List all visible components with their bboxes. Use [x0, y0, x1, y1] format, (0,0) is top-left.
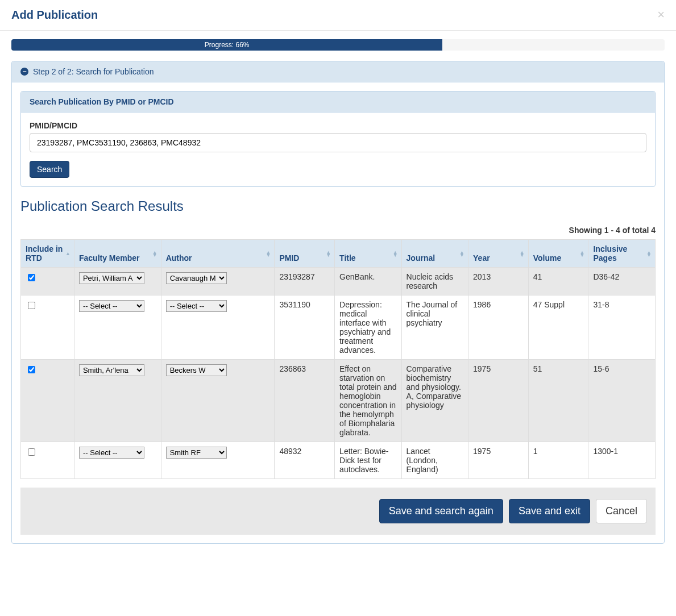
results-table-wrap: Include in RTD▲ Faculty Member▲▼ Author▲… — [12, 239, 664, 479]
modal-header: Add Publication × — [0, 0, 676, 31]
cell-title: GenBank. — [335, 268, 401, 295]
col-include[interactable]: Include in RTD▲ — [21, 240, 74, 268]
col-pmid[interactable]: PMID▲▼ — [275, 240, 335, 268]
faculty-select[interactable]: -- Select --Petri, William ASmith, Ar'le… — [79, 300, 144, 312]
col-pages[interactable]: Inclusive Pages▲▼ — [588, 240, 656, 268]
table-row: -- Select --Petri, William ASmith, Ar'le… — [21, 360, 656, 442]
cancel-button[interactable]: Cancel — [596, 499, 647, 523]
author-select[interactable]: -- Select --Cavanaugh MBeckers WSmith RF — [166, 300, 227, 312]
cell-title: Letter: Bowie-Dick test for autoclaves. — [335, 442, 401, 479]
cell-volume: 51 — [528, 360, 588, 442]
table-row: -- Select --Petri, William ASmith, Ar'le… — [21, 442, 656, 479]
save-exit-button[interactable]: Save and exit — [509, 499, 590, 523]
table-row: -- Select --Petri, William ASmith, Ar'le… — [21, 268, 656, 295]
cell-volume: 1 — [528, 442, 588, 479]
sort-icon: ▲▼ — [520, 251, 525, 256]
cell-pmid: 236863 — [275, 360, 335, 442]
sort-icon: ▲▼ — [393, 251, 398, 256]
cell-year: 2013 — [468, 268, 529, 295]
search-subpanel: Search Publication By PMID or PMCID PMID… — [20, 91, 656, 187]
cell-volume: 41 — [528, 268, 588, 295]
step-panel-heading[interactable]: − Step 2 of 2: Search for Publication — [12, 61, 664, 82]
page-title: Add Publication — [11, 9, 98, 22]
table-header-row: Include in RTD▲ Faculty Member▲▼ Author▲… — [21, 240, 656, 268]
include-checkbox[interactable] — [28, 366, 35, 373]
col-journal[interactable]: Journal▲▼ — [401, 240, 468, 268]
progress-bar-fill: Progress: 66% — [11, 39, 442, 51]
search-subpanel-title: Search Publication By PMID or PMCID — [21, 91, 655, 113]
cell-pages: 1300-1 — [588, 442, 656, 479]
results-table: Include in RTD▲ Faculty Member▲▼ Author▲… — [20, 239, 656, 479]
step-title: Step 2 of 2: Search for Publication — [33, 67, 154, 76]
modal-body: Progress: 66% − Step 2 of 2: Search for … — [0, 31, 676, 564]
include-checkbox[interactable] — [28, 448, 35, 456]
sort-icon: ▲▼ — [646, 251, 652, 256]
sort-icon: ▲▼ — [580, 251, 585, 256]
progress-bar-track: Progress: 66% — [11, 39, 665, 51]
cell-year: 1986 — [468, 295, 529, 360]
cell-title: Depression: medical interface with psych… — [335, 295, 401, 360]
sort-icon: ▲▼ — [152, 251, 157, 256]
faculty-select[interactable]: -- Select --Petri, William ASmith, Ar'le… — [79, 272, 144, 284]
sort-icon: ▲▼ — [326, 251, 331, 256]
cell-journal: The Journal of clinical psychiatry — [401, 295, 468, 360]
faculty-select[interactable]: -- Select --Petri, William ASmith, Ar'le… — [79, 364, 144, 376]
action-bar: Save and search again Save and exit Canc… — [20, 488, 656, 535]
include-checkbox[interactable] — [28, 302, 35, 309]
col-year[interactable]: Year▲▼ — [468, 240, 529, 268]
sort-icon: ▲ — [65, 252, 70, 255]
cell-pmid: 3531190 — [275, 295, 335, 360]
cell-journal: Lancet (London, England) — [401, 442, 468, 479]
cell-pmid: 23193287 — [275, 268, 335, 295]
author-select[interactable]: -- Select --Cavanaugh MBeckers WSmith RF — [166, 364, 227, 376]
step-panel-body: Search Publication By PMID or PMCID PMID… — [12, 91, 664, 535]
cell-journal: Comparative biochemistry and physiology.… — [401, 360, 468, 442]
cell-pages: D36-42 — [588, 268, 656, 295]
col-author[interactable]: Author▲▼ — [161, 240, 275, 268]
search-subpanel-body: PMID/PMCID Search — [21, 113, 655, 186]
step-panel: − Step 2 of 2: Search for Publication Se… — [11, 61, 665, 544]
sort-icon: ▲▼ — [459, 251, 465, 256]
collapse-icon: − — [20, 68, 28, 76]
faculty-select[interactable]: -- Select --Petri, William ASmith, Ar'le… — [79, 447, 144, 459]
cell-year: 1975 — [468, 442, 529, 479]
close-icon[interactable]: × — [657, 9, 665, 21]
include-checkbox[interactable] — [28, 274, 35, 281]
cell-journal: Nucleic acids research — [401, 268, 468, 295]
cell-pmid: 48932 — [275, 442, 335, 479]
pmid-input[interactable] — [30, 133, 646, 152]
col-title[interactable]: Title▲▼ — [335, 240, 401, 268]
results-summary: Showing 1 - 4 of total 4 — [20, 226, 656, 235]
col-faculty[interactable]: Faculty Member▲▼ — [74, 240, 161, 268]
sort-icon: ▲▼ — [266, 251, 271, 256]
cell-title: Effect on starvation on total protein an… — [335, 360, 401, 442]
cell-year: 1975 — [468, 360, 529, 442]
author-select[interactable]: -- Select --Cavanaugh MBeckers WSmith RF — [166, 447, 227, 459]
cell-pages: 15-6 — [588, 360, 656, 442]
results-title: Publication Search Results — [20, 198, 656, 214]
save-search-again-button[interactable]: Save and search again — [379, 499, 503, 523]
author-select[interactable]: -- Select --Cavanaugh MBeckers WSmith RF — [166, 272, 227, 284]
cell-pages: 31-8 — [588, 295, 656, 360]
search-button[interactable]: Search — [30, 161, 69, 178]
cell-volume: 47 Suppl — [528, 295, 588, 360]
pmid-field-label: PMID/PMCID — [30, 121, 646, 130]
col-volume[interactable]: Volume▲▼ — [528, 240, 588, 268]
table-row: -- Select --Petri, William ASmith, Ar'le… — [21, 295, 656, 360]
